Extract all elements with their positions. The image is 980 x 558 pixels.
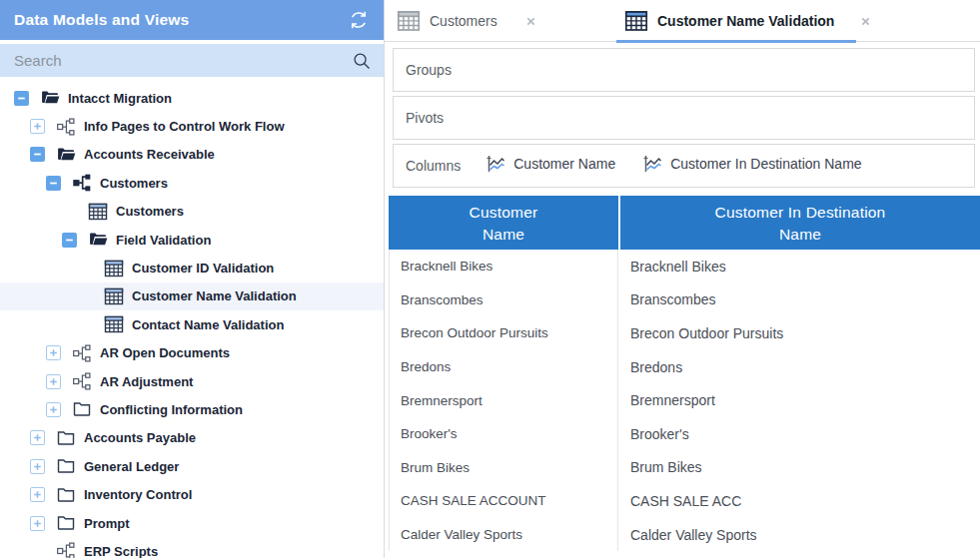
table-row[interactable]: BredonsBredons [390,350,980,384]
table-icon [104,286,124,306]
cell-customer-name: Branscombes [390,283,618,317]
tree-item-label: Customers [116,204,184,219]
tree-item-label: General Ledger [84,459,179,474]
flow-filled-icon [72,173,92,193]
cell-customer-name: Bredons [390,350,618,384]
tree-item-label: ERP Scripts [84,544,158,558]
tab-customers[interactable]: Customers [389,0,616,42]
search-input[interactable] [14,52,352,69]
tree-item-customer-id-validation[interactable]: Customer ID Validation [0,254,384,281]
table-icon [624,9,648,33]
collapse-toggle[interactable] [62,233,77,248]
expand-toggle[interactable] [46,345,61,360]
expand-toggle[interactable] [30,119,45,134]
table-row[interactable]: BremnersportBremnersport [390,383,980,417]
tab-bar: Customers Customer Name Validation [385,0,980,42]
collapse-toggle[interactable] [46,176,61,191]
folder-open-icon [88,230,108,250]
main-panel: Customers Customer Name Validation Group… [385,0,980,558]
columns-label: Columns [406,158,461,174]
expand-toggle[interactable] [46,374,61,389]
column-chip-customer-in-destination-name[interactable]: Customer In Destination Name [641,153,861,175]
folder-open-icon [40,88,60,108]
model-tree: Intacct Migration Info Pages to Control … [0,84,384,558]
close-icon[interactable] [860,13,871,29]
cell-customer-in-destination-name: Brooker's [618,417,980,451]
tree-item-conflicting-information[interactable]: Conflicting Information [0,395,384,423]
line-chart-icon [641,153,663,175]
flow-icon [56,117,76,137]
collapse-toggle[interactable] [30,147,45,162]
tree-item-label: AR Adjustment [100,374,193,389]
expand-toggle[interactable] [30,487,45,502]
expand-toggle[interactable] [46,402,61,417]
cell-customer-in-destination-name: Bremnersport [618,383,980,417]
tab-customer-name-validation[interactable]: Customer Name Validation [616,0,856,42]
app-window: Data Models and Views Intacct Migrat [0,0,980,558]
grid-header: CustomerNameCustomer In DestinationName [389,196,980,250]
table-row[interactable]: BranscombesBranscombes [390,283,980,317]
tree-item-ar-open-documents[interactable]: AR Open Documents [0,339,384,367]
flow-icon [72,371,92,391]
table-row[interactable]: Brooker'sBrooker's [390,417,980,451]
column-header-customer-in-destination-name[interactable]: Customer In DestinationName [620,196,980,250]
tree-item-label: Accounts Payable [84,430,196,445]
folder-closed-icon [56,428,76,448]
pivots-dropzone[interactable]: Pivots [393,96,975,140]
tree-item-info-pages-to-control-work-flow[interactable]: Info Pages to Control Work Flow [0,112,384,140]
sidebar: Data Models and Views Intacct Migrat [0,0,385,558]
tree-item-ar-adjustment[interactable]: AR Adjustment [0,367,384,395]
collapse-toggle[interactable] [14,91,29,106]
cell-customer-in-destination-name: CASH SALE ACC [618,484,980,518]
groups-label: Groups [406,62,452,78]
tree-item-intacct-migration[interactable]: Intacct Migration [0,84,384,112]
column-chip-customer-name[interactable]: Customer Name [485,153,615,175]
close-icon[interactable] [523,13,539,29]
expand-toggle[interactable] [30,459,45,474]
cell-customer-name: Calder Valley Sports [390,518,618,552]
cell-customer-name: Bracknell Bikes [390,250,618,283]
cell-customer-in-destination-name: Calder Valley Sports [618,518,980,552]
table-row[interactable]: Calder Valley SportsCalder Valley Sports [390,518,980,552]
table-icon [104,314,124,334]
tree-item-erp-scripts[interactable]: ERP Scripts [0,537,384,558]
search-icon [352,51,372,71]
cell-customer-name: Brecon Outdoor Pursuits [390,316,618,350]
header-line-1: Customer In Destination [620,202,980,224]
folder-closed-icon [56,485,76,505]
tree-item-customers[interactable]: Customers [0,169,384,197]
tree-item-prompt[interactable]: Prompt [0,509,384,537]
tree-item-inventory-control[interactable]: Inventory Control [0,480,384,508]
tree-item-customers[interactable]: Customers [0,198,384,226]
expand-toggle[interactable] [30,430,45,445]
tree-item-accounts-payable[interactable]: Accounts Payable [0,424,384,452]
cell-customer-name: CASH SALE ACCOUNT [390,484,618,518]
folder-closed-icon [56,513,76,533]
tree-item-general-ledger[interactable]: General Ledger [0,452,384,480]
table-row[interactable]: Brecon Outdoor PursuitsBrecon Outdoor Pu… [390,316,980,350]
tab-label: Customers [430,13,497,29]
tree-item-label: Field Validation [116,233,211,248]
tree-item-field-validation[interactable]: Field Validation [0,226,384,254]
grid-body: Bracknell BikesBracknell BikesBranscombe… [389,250,980,551]
chip-label: Customer Name [513,156,615,172]
tree-item-accounts-receivable[interactable]: Accounts Receivable [0,141,384,169]
columns-dropzone[interactable]: Columns Customer Name Customer In Destin… [393,144,975,188]
cell-customer-in-destination-name: Bredons [618,350,980,384]
groups-dropzone[interactable]: Groups [393,48,975,92]
table-row[interactable]: Bracknell BikesBracknell Bikes [390,250,980,283]
table-row[interactable]: Brum BikesBrum Bikes [390,451,980,485]
tree-item-label: Conflicting Information [100,402,243,417]
table-icon [104,259,124,279]
refresh-icon[interactable] [348,8,372,32]
sidebar-title: Data Models and Views [14,11,348,29]
flow-icon [56,541,76,558]
cell-customer-in-destination-name: Bracknell Bikes [618,250,980,283]
tree-item-label: Accounts Receivable [84,147,215,162]
tree-item-contact-name-validation[interactable]: Contact Name Validation [0,310,384,338]
expand-toggle[interactable] [30,516,45,531]
table-row[interactable]: CASH SALE ACCOUNTCASH SALE ACC [390,484,980,518]
column-header-customer-name[interactable]: CustomerName [389,196,618,250]
chip-label: Customer In Destination Name [670,156,861,172]
tree-item-customer-name-validation[interactable]: Customer Name Validation [0,282,384,310]
